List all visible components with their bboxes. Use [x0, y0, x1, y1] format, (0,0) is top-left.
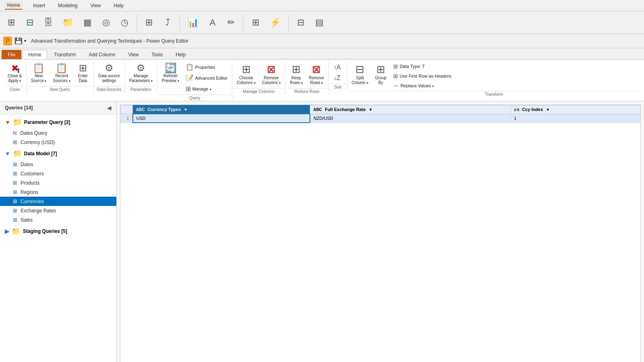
- close-group: ✖ ⬆ Close &Apply ▾ Close: [3, 61, 27, 93]
- sidebar-content: ▼ 📁 Parameter Query [2] fx Dates Query ⊞…: [0, 115, 116, 362]
- table-row[interactable]: 1 USD NZD/USD 1: [121, 114, 640, 123]
- col-ccy-index[interactable]: 1²3 Ccy Index ▼: [511, 105, 640, 114]
- queries-sidebar: Queries [14] ◀ ▼ 📁 Parameter Query [2] f…: [0, 101, 117, 362]
- toolbar-chart-icon[interactable]: 📊: [184, 16, 202, 29]
- products-item[interactable]: ⊞ Products: [0, 178, 116, 187]
- menu-view[interactable]: View: [88, 2, 103, 9]
- toolbar-grid-icon[interactable]: ▦: [79, 16, 95, 29]
- tab-help[interactable]: Help: [169, 50, 192, 59]
- sales-item[interactable]: ⊞ Sales: [0, 215, 116, 224]
- col-exchange-rate[interactable]: ABC Full Exchange Rate ▼: [310, 105, 511, 114]
- manage-columns-label: Manage Columns: [234, 88, 283, 94]
- enter-data-button[interactable]: ⊞ EnterData: [74, 61, 92, 85]
- split-column-button[interactable]: ⊟ SplitColumn ▾: [349, 61, 371, 87]
- exchange-rates-table-icon: ⊞: [13, 208, 17, 214]
- products-table-icon: ⊞: [13, 180, 17, 186]
- tab-view[interactable]: View: [122, 50, 145, 59]
- toolbar-table2-icon[interactable]: ⊞: [141, 16, 157, 29]
- choose-columns-button[interactable]: ⊞ ChooseColumns ▾: [234, 61, 258, 87]
- main-area: Queries [14] ◀ ▼ 📁 Parameter Query [2] f…: [0, 101, 644, 362]
- tab-transform[interactable]: Transform: [48, 50, 82, 59]
- menu-help[interactable]: Help: [111, 2, 126, 9]
- sort-desc-button[interactable]: ↓Z: [330, 73, 345, 83]
- toolbar-spiral-icon[interactable]: ◎: [98, 16, 114, 29]
- folder-collapse-icon: ▼: [5, 119, 10, 125]
- customers-table-icon: ⊞: [13, 171, 17, 177]
- sidebar-collapse-button[interactable]: ◀: [107, 105, 111, 111]
- tab-tools[interactable]: Tools: [145, 50, 169, 59]
- manage-parameters-button[interactable]: ⚙ ManageParameters ▾: [126, 61, 155, 85]
- group-by-button[interactable]: ⊞ GroupBy: [372, 61, 390, 87]
- data-sources-group: ⚙ Data sourcesettings Data Sources: [94, 61, 125, 93]
- toolbar-export-icon[interactable]: ⤴: [159, 16, 175, 29]
- close-group-label: Close: [5, 86, 25, 92]
- tab-file[interactable]: File: [2, 50, 21, 59]
- data-grid[interactable]: ABC Currency Types ▼ ABC Full Exchange R…: [120, 105, 641, 362]
- toolbar-clock-icon[interactable]: ◷: [116, 16, 132, 29]
- use-first-row-button[interactable]: ⊞ Use First Row as Headers: [390, 72, 454, 80]
- parameters-group: ⚙ ManageParameters ▾ Parameters: [125, 61, 157, 93]
- close-apply-button[interactable]: ✖ ⬆ Close &Apply ▾: [5, 61, 25, 85]
- data-type-button[interactable]: ⊞ Data Type: T: [390, 62, 454, 71]
- reduce-rows-group: ⊞ KeepRows ▾ ⊠ RemoveRows ▾ Reduce Rows: [285, 61, 329, 95]
- parameter-query-header[interactable]: ▼ 📁 Parameter Query [2]: [0, 116, 116, 128]
- sort-asc-button[interactable]: ↑A: [330, 63, 345, 72]
- data-source-settings-button[interactable]: ⚙ Data sourcesettings: [95, 61, 123, 85]
- properties-button[interactable]: 📋 Properties: [183, 62, 231, 72]
- cell-ccy-index[interactable]: 1: [511, 114, 640, 123]
- data-area: ABC Currency Types ▼ ABC Full Exchange R…: [117, 101, 644, 362]
- manage-button[interactable]: ⊞ Manage ▾: [183, 84, 231, 94]
- new-source-button[interactable]: 📋 NewSource ▾: [28, 61, 49, 85]
- menu-insert[interactable]: Insert: [31, 2, 47, 9]
- save-button[interactable]: 💾: [14, 37, 23, 45]
- data-model-header[interactable]: ▼ 📁 Data Model [7]: [0, 148, 116, 160]
- toolbar-folder-icon[interactable]: 📁: [59, 16, 77, 29]
- remove-columns-button[interactable]: ⊠ RemoveColumns ▾: [259, 61, 283, 87]
- toolbar-excel-icon[interactable]: ⊟: [22, 16, 38, 29]
- parameter-query-group: ▼ 📁 Parameter Query [2] fx Dates Query ⊞…: [0, 116, 116, 147]
- col-filter-button-0[interactable]: ▼: [184, 107, 188, 112]
- toolbar-pencil-icon[interactable]: ✏: [223, 16, 239, 29]
- col-type-icon-abc2: ABC: [313, 107, 322, 112]
- cell-currency-type[interactable]: USD: [133, 114, 310, 123]
- col-filter-button-1[interactable]: ▼: [369, 107, 373, 112]
- advanced-editor-button[interactable]: 📝 Advanced Editor: [183, 73, 231, 83]
- keep-rows-button[interactable]: ⊞ KeepRows ▾: [287, 61, 305, 87]
- dates-query-item[interactable]: fx Dates Query: [0, 128, 116, 138]
- fx-icon: fx: [13, 130, 17, 136]
- transform-group: ⊟ SplitColumn ▾ ⊞ GroupBy ⊞ Data Type: T…: [347, 61, 641, 97]
- remove-rows-button[interactable]: ⊠ RemoveRows ▾: [306, 61, 327, 87]
- menu-modeling[interactable]: Modeling: [56, 2, 80, 9]
- toolbar-table-icon[interactable]: ⊞: [3, 16, 19, 29]
- pqe-logo: P: [3, 37, 12, 45]
- dates-item[interactable]: ⊞ Dates: [0, 160, 116, 169]
- regions-item[interactable]: ⊞ Regions: [0, 187, 116, 197]
- currency-usd-item[interactable]: ⊞ Currency (USD): [0, 138, 116, 147]
- toolbar-lightning-icon[interactable]: ⚡: [266, 16, 284, 29]
- refresh-preview-button[interactable]: 🔄 RefreshPreview ▾: [159, 61, 182, 85]
- currencies-item[interactable]: ⊞ Currencies: [0, 197, 116, 206]
- staging-queries-group: ▶ 📁 Staging Queries [5]: [0, 225, 116, 237]
- toolbar-brush-icon[interactable]: ⊟: [293, 16, 309, 29]
- replace-values-button[interactable]: ↔ Replace Values ▾: [390, 81, 454, 90]
- col-filter-button-2[interactable]: ▼: [546, 107, 550, 112]
- toolbar-text-icon[interactable]: A: [204, 16, 221, 29]
- window-title: Advanced Transformation and Querying Tec…: [31, 38, 188, 44]
- menu-home[interactable]: Home: [5, 2, 23, 10]
- toolbar-calc-icon[interactable]: ⊞: [248, 16, 264, 29]
- toolbar-db-icon[interactable]: 🗄: [40, 16, 56, 29]
- title-dropdown[interactable]: ▾: [24, 39, 26, 43]
- exchange-rates-item[interactable]: ⊞ Exchange Rates: [0, 206, 116, 215]
- customers-item[interactable]: ⊞ Customers: [0, 169, 116, 178]
- toolbar-people-icon[interactable]: ▤: [311, 16, 327, 29]
- new-query-group: 📋 NewSource ▾ 📋 RecentSources ▾ ⊞ EnterD…: [27, 61, 94, 93]
- recent-sources-button[interactable]: 📋 RecentSources ▾: [50, 61, 73, 85]
- col-currency-types[interactable]: ABC Currency Types ▼: [133, 105, 310, 114]
- cell-exchange-rate[interactable]: NZD/USD: [310, 114, 511, 123]
- power-bi-toolbar: ⊞ ⊟ 🗄 📁 ▦ ◎ ◷ ⊞ ⤴ 📊 A ✏ ⊞ ⚡ ⊟ ▤: [0, 11, 644, 34]
- tab-add-column[interactable]: Add Column: [83, 50, 122, 59]
- tab-home[interactable]: Home: [22, 50, 47, 59]
- parameter-query-label: Parameter Query [2]: [24, 119, 70, 125]
- staging-queries-header[interactable]: ▶ 📁 Staging Queries [5]: [0, 225, 116, 237]
- new-query-group-label: New Query: [28, 86, 92, 92]
